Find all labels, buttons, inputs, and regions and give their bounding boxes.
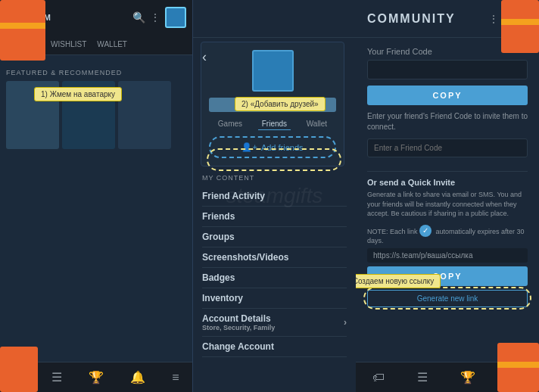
right-tag-icon[interactable]: 🏷 [372, 371, 385, 384]
content-account[interactable]: Account Details Store, Security, Family … [202, 309, 347, 337]
more-icon[interactable]: ⋮ [150, 11, 160, 23]
hamburger-icon[interactable]: ≡ [172, 371, 179, 384]
gift-box-bottom-right [497, 343, 539, 392]
quick-invite-desc: Generate a link to share via email or SM… [367, 190, 528, 219]
content-friends[interactable]: Friends [202, 207, 347, 227]
community-more-icon[interactable]: ⋮ [488, 13, 499, 25]
content-inventory[interactable]: Inventory [202, 288, 347, 309]
tab-games[interactable]: Games [214, 118, 246, 130]
my-content-label: MY CONTENT [202, 174, 347, 182]
avatar[interactable] [165, 7, 186, 28]
check-circle: ✓ [419, 225, 432, 237]
content-change-account[interactable]: Change Account [202, 337, 347, 357]
profile-avatar[interactable] [252, 50, 294, 92]
community-title: COMMUNITY [367, 12, 456, 26]
profile-tabs: Games Friends Wallet [209, 118, 336, 130]
annotation-3: 3) Создаем новую ссылку [356, 274, 441, 288]
copy-friend-code-button[interactable]: COPY [367, 86, 528, 105]
featured-item-3[interactable] [118, 81, 171, 149]
bell-icon[interactable]: 🔔 [130, 370, 145, 384]
middle-header [193, 0, 356, 38]
list-icon[interactable]: ☰ [51, 370, 62, 384]
link-url: https://s.team/p/ваша/ссылка [367, 248, 528, 263]
my-content-section: MY CONTENT Friend Activity Friends Group… [193, 166, 356, 365]
enter-friend-code-input[interactable] [367, 138, 528, 157]
right-panel: COMMUNITY ⋮ Your Friend Code COPY Enter … [356, 0, 539, 392]
generate-link-container: Generate new link 3) Создаем новую ссылк… [367, 290, 528, 307]
annotation-1: 1) Жмем на аватарку [34, 87, 122, 101]
add-friends-label: Add friends [261, 143, 304, 152]
annotation-2: 2) «Добавить друзей» [235, 97, 326, 111]
content-badges[interactable]: Badges [202, 268, 347, 288]
middle-panel: ‹ 2) «Добавить друзей» View Profile Game… [193, 0, 356, 392]
right-trophy-icon[interactable]: 🏆 [460, 370, 475, 384]
left-content: FEATURED & RECOMMENDED [0, 55, 192, 157]
friend-code-input[interactable] [367, 60, 528, 79]
gift-box-bottom-left [0, 347, 38, 392]
quick-invite-title: Or send a Quick Invite [367, 178, 528, 187]
tab-wallet[interactable]: Wallet [303, 118, 331, 130]
back-arrow[interactable]: ‹ [202, 49, 207, 65]
chevron-icon: › [344, 317, 347, 328]
main-container: STEAM 🔍 ⋮ МЕНЮ ▾ WISHLIST WALLET 1) Жмем… [0, 0, 539, 392]
generate-link-button[interactable]: Generate new link [367, 290, 528, 307]
tab-friends[interactable]: Friends [258, 118, 291, 130]
note-text: NOTE: Each link ✓ automatically expires … [367, 225, 528, 244]
nav-wishlist[interactable]: WISHLIST [47, 38, 90, 51]
gift-box-top-left [0, 0, 45, 61]
trophy-icon[interactable]: 🏆 [89, 370, 104, 384]
divider [367, 171, 528, 172]
add-friends-icon: 👤+ [241, 142, 257, 152]
invite-description: Enter your friend's Friend Code to invit… [367, 111, 528, 132]
content-groups[interactable]: Groups [202, 227, 347, 247]
content-friend-activity[interactable]: Friend Activity [202, 186, 347, 207]
featured-label: FEATURED & RECOMMENDED [6, 69, 186, 76]
nav-wallet[interactable]: WALLET [93, 38, 131, 51]
add-friends-button[interactable]: 👤+ Add friends [209, 136, 336, 158]
right-list-icon[interactable]: ☰ [417, 370, 428, 384]
gift-box-top-right [501, 0, 539, 53]
content-screenshots[interactable]: Screenshots/Videos [202, 247, 347, 268]
search-icon[interactable]: 🔍 [132, 11, 145, 23]
community-content: Your Friend Code COPY Enter your friend'… [356, 38, 539, 362]
